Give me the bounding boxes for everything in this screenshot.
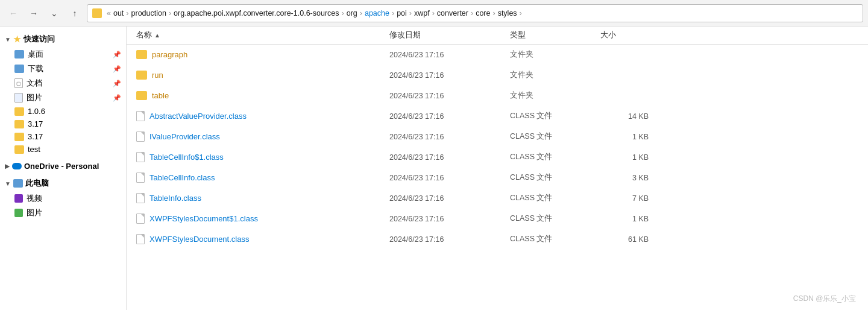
sidebar-item-pictures[interactable]: 图片 📌: [0, 90, 126, 105]
sidebar-item-317a[interactable]: 3.17: [0, 118, 126, 130]
table-row[interactable]: table 2024/6/23 17:16 文件夹: [127, 86, 868, 106]
sidebar-item-317b[interactable]: 3.17: [0, 130, 126, 143]
pictures-icon: [14, 93, 23, 103]
recent-button[interactable]: ⌄: [46, 5, 63, 22]
address-bar: ← → ⌄ ↑ « out › production › org.apache.…: [0, 0, 868, 27]
pin-icon: 📌: [113, 51, 121, 59]
file-name-text: run: [152, 71, 163, 80]
file-date: 2024/6/23 17:16: [389, 92, 510, 100]
breadcrumb-sep: ›: [520, 9, 522, 17]
file-date: 2024/6/23 17:16: [389, 71, 510, 80]
file-icon: [136, 152, 145, 162]
file-date: 2024/6/23 17:16: [389, 112, 510, 121]
breadcrumb-item-production[interactable]: production: [131, 9, 166, 17]
sidebar-item-label: 图片: [27, 207, 42, 218]
quick-access-label: 快速访问: [24, 34, 55, 45]
col-date-header[interactable]: 修改日期: [389, 30, 510, 40]
sidebar-item-label: 桌面: [28, 49, 43, 60]
up-button[interactable]: ↑: [66, 5, 83, 22]
breadcrumb-item-sources[interactable]: org.apache.poi.xwpf.converter.core-1.0.6…: [174, 9, 339, 17]
breadcrumb-item-apache[interactable]: apache: [365, 9, 389, 17]
folder-icon: [14, 145, 24, 154]
file-size: 7 KB: [600, 194, 661, 203]
sidebar-item-download[interactable]: 下载 📌: [0, 62, 126, 76]
forward-button[interactable]: →: [25, 5, 42, 22]
sidebar-item-label: 文档: [27, 78, 42, 89]
onedrive-icon: [12, 163, 22, 169]
file-name-text: XWPFStylesDocument$1.class: [149, 214, 258, 223]
table-row[interactable]: paragraph 2024/6/23 17:16 文件夹: [127, 45, 868, 65]
pin-icon: 📌: [113, 94, 121, 102]
file-size: 61 KB: [600, 235, 661, 244]
table-row[interactable]: TableCellInfo.class 2024/6/23 17:16 CLAS…: [127, 168, 868, 188]
chevron-down-icon: ▼: [5, 180, 11, 187]
file-name-text: table: [152, 91, 169, 100]
sidebar-item-desktop[interactable]: 桌面 📌: [0, 47, 126, 62]
breadcrumb-sep: ›: [169, 9, 171, 17]
pc-icon: [13, 179, 23, 188]
sidebar-item-106[interactable]: 1.0.6: [0, 105, 126, 118]
breadcrumb-item-core[interactable]: core: [476, 9, 490, 17]
table-row[interactable]: XWPFStylesDocument$1.class 2024/6/23 17:…: [127, 209, 868, 229]
file-icon: [136, 172, 145, 183]
watermark: CSDN @乐乐_小宝: [793, 294, 856, 304]
table-row[interactable]: run 2024/6/23 17:16 文件夹: [127, 65, 868, 86]
file-size: 1 KB: [600, 153, 661, 162]
breadcrumb-item-styles[interactable]: styles: [498, 9, 517, 17]
breadcrumb[interactable]: « out › production › org.apache.poi.xwpf…: [87, 4, 863, 22]
breadcrumb-item-org[interactable]: org: [347, 9, 357, 17]
file-date: 2024/6/23 17:16: [389, 133, 510, 141]
file-type: CLASS 文件: [510, 131, 600, 142]
sidebar-item-documents[interactable]: ▢ 文档 📌: [0, 76, 126, 90]
folder-icon: [14, 133, 24, 141]
breadcrumb-sep: ›: [492, 9, 495, 17]
file-icon: [136, 111, 145, 121]
breadcrumb-item-xwpf[interactable]: xwpf: [414, 9, 430, 17]
file-name-text: TableCellInfo.class: [149, 173, 215, 182]
thispc-label: 此电脑: [25, 178, 49, 189]
col-type-header[interactable]: 类型: [510, 30, 600, 40]
file-area: 名称 ▲ 修改日期 类型 大小 paragraph 2024/6/23 17:1…: [127, 27, 868, 310]
file-type: CLASS 文件: [510, 234, 600, 244]
file-size: 14 KB: [600, 112, 661, 121]
col-size-header[interactable]: 大小: [600, 30, 661, 40]
file-icon: [136, 234, 145, 244]
table-row[interactable]: IValueProvider.class 2024/6/23 17:16 CLA…: [127, 127, 868, 147]
download-icon: [14, 65, 24, 73]
sidebar-item-pictures2[interactable]: 图片: [0, 206, 126, 220]
pin-icon: 📌: [113, 80, 121, 87]
file-size: 1 KB: [600, 215, 661, 223]
table-row[interactable]: AbstractValueProvider.class 2024/6/23 17…: [127, 106, 868, 127]
file-type: CLASS 文件: [510, 193, 600, 203]
table-row[interactable]: TableInfo.class 2024/6/23 17:16 CLASS 文件…: [127, 188, 868, 209]
file-name-cell: AbstractValueProvider.class: [136, 111, 389, 121]
sidebar-item-label: 1.0.6: [28, 107, 45, 116]
documents-icon: ▢: [14, 78, 23, 88]
file-name-text: TableCellInfo$1.class: [149, 153, 224, 162]
quick-access-header[interactable]: ▼ ★ 快速访问: [0, 31, 126, 47]
sidebar-item-test[interactable]: test: [0, 143, 126, 156]
file-date: 2024/6/23 17:16: [389, 153, 510, 162]
file-name-text: IValueProvider.class: [149, 132, 220, 141]
back-button[interactable]: ←: [5, 5, 22, 22]
file-type: 文件夹: [510, 70, 600, 80]
onedrive-header[interactable]: ▶ OneDrive - Personal: [0, 159, 126, 173]
table-row[interactable]: TableCellInfo$1.class 2024/6/23 17:16 CL…: [127, 147, 868, 168]
file-list: paragraph 2024/6/23 17:16 文件夹 run 2024/6…: [127, 45, 868, 310]
file-icon: [136, 214, 145, 224]
col-date-label: 修改日期: [389, 31, 421, 39]
breadcrumb-item-converter[interactable]: converter: [437, 9, 468, 17]
file-date: 2024/6/23 17:16: [389, 194, 510, 203]
breadcrumb-item-out[interactable]: out: [113, 9, 124, 17]
breadcrumb-folder-icon: [92, 8, 102, 18]
col-name-header[interactable]: 名称 ▲: [136, 30, 389, 40]
breadcrumb-item-poi[interactable]: poi: [397, 9, 407, 17]
file-type: CLASS 文件: [510, 172, 600, 183]
sidebar-item-video[interactable]: 视频: [0, 191, 126, 206]
thispc-header[interactable]: ▼ 此电脑: [0, 176, 126, 191]
file-name-cell: table: [136, 91, 389, 100]
file-name-cell: TableCellInfo.class: [136, 172, 389, 183]
table-row[interactable]: XWPFStylesDocument.class 2024/6/23 17:16…: [127, 229, 868, 250]
file-name-text: XWPFStylesDocument.class: [149, 235, 249, 244]
col-size-label: 大小: [600, 31, 616, 39]
